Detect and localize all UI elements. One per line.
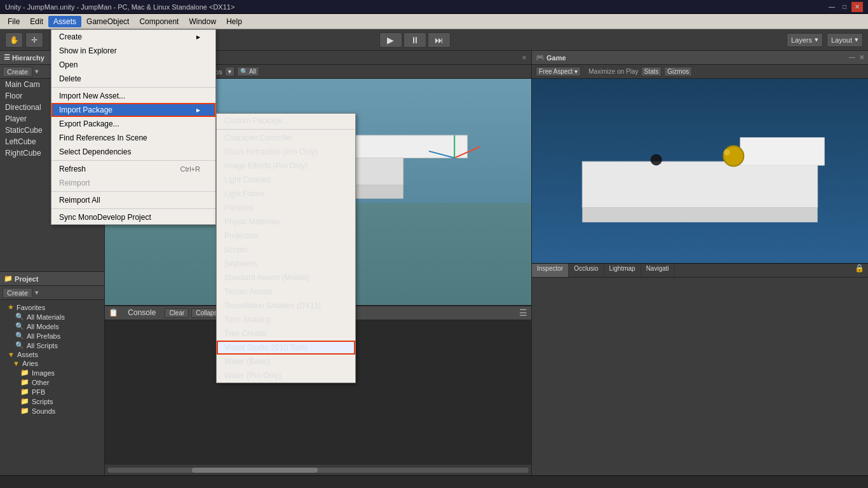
submenu-image-effects[interactable]: Image Effects (Pro Only)	[217, 159, 355, 173]
menu-gameobject[interactable]: GameObject	[81, 16, 134, 27]
submenu-standard-assets-mobile[interactable]: Standard Assets (Mobile)	[217, 271, 355, 285]
free-aspect-button[interactable]: Free Aspect ▾	[536, 67, 581, 76]
project-images-folder[interactable]: 📁 Images	[3, 368, 102, 377]
project-all-prefabs[interactable]: 🔍 All Prefabs	[3, 331, 102, 341]
submenu-tessellation-shaders[interactable]: Tessellation Shaders (DX11)	[217, 299, 355, 313]
submenu-water-basic[interactable]: Water (Basic)	[217, 355, 355, 369]
submenu-custom-package[interactable]: Custom Package...	[217, 114, 355, 128]
folder-icon: 📁	[20, 369, 29, 377]
tab-occlusion[interactable]: Occlusio	[569, 264, 604, 277]
hierarchy-create-button[interactable]: Create	[3, 67, 32, 77]
hand-tool-button[interactable]: ✋	[5, 32, 23, 48]
submenu-visual-studio-tools[interactable]: Visual Studio 2010 Tools	[217, 341, 355, 355]
menu-file[interactable]: File	[3, 16, 25, 27]
project-icon: 📁	[4, 274, 13, 283]
menu-sync-monodevelop[interactable]: Sync MonoDevelop Project	[51, 210, 215, 224]
project-aries-folder[interactable]: ▼ Aries	[3, 359, 102, 368]
project-assets-root[interactable]: ▼ Assets	[3, 350, 102, 359]
star-icon: ★	[8, 303, 14, 311]
stats-button[interactable]: Stats	[641, 67, 662, 76]
submenu-scripts[interactable]: Scripts	[217, 243, 355, 257]
project-favorites[interactable]: ★ Favorites	[3, 302, 102, 312]
console-options-button[interactable]: ☰	[519, 308, 527, 318]
statusbar	[0, 475, 868, 488]
pause-button[interactable]: ⏸	[403, 32, 426, 48]
toolbar-right: Layers ▾ Layout ▾	[787, 33, 863, 47]
project-create-button[interactable]: Create	[3, 288, 32, 298]
game-gizmos-button[interactable]: Gizmos	[664, 67, 692, 76]
menu-find-references[interactable]: Find References In Scene	[51, 131, 215, 145]
menu-assets[interactable]: Assets	[48, 16, 81, 27]
collapse-button[interactable]: ≡	[522, 54, 526, 61]
menu-import-package[interactable]: Import Package	[51, 103, 215, 117]
menu-delete[interactable]: Delete	[51, 72, 215, 86]
console-icon: 📋	[109, 308, 118, 317]
project-content: ★ Favorites 🔍 All Materials 🔍 All Models…	[0, 300, 104, 475]
game-icon: 🎮	[536, 53, 545, 62]
menu-open[interactable]: Open	[51, 58, 215, 72]
submenu-skyboxes[interactable]: Skyboxes	[217, 257, 355, 271]
svg-rect-13	[740, 138, 824, 165]
inspector-body	[532, 278, 868, 476]
folder-icon: ▼	[13, 360, 20, 367]
console-scrollbar[interactable]	[105, 464, 531, 475]
titlebar: Unity - JumpMan.unity - JumpMan - PC, Ma…	[0, 0, 868, 14]
submenu-character-controller[interactable]: Character Controller	[217, 131, 355, 145]
inspector-tab-bar: Inspector Occlusio Lightmap Navigati 🔒	[532, 264, 868, 278]
submenu-terrain-assets[interactable]: Terrain Assets	[217, 285, 355, 299]
project-all-scripts[interactable]: 🔍 All Scripts	[3, 341, 102, 350]
submenu-light-flares[interactable]: Light Flares	[217, 187, 355, 201]
minimize-button[interactable]: —	[826, 2, 837, 12]
layout-dropdown[interactable]: Layout ▾	[827, 33, 863, 47]
tab-lightmap[interactable]: Lightmap	[604, 264, 641, 277]
play-button[interactable]: ▶	[379, 32, 402, 48]
menu-import-new-asset[interactable]: Import New Asset...	[51, 89, 215, 103]
move-tool-button[interactable]: ✛	[25, 32, 43, 48]
svg-rect-4	[339, 135, 467, 158]
close-button[interactable]: ✕	[851, 2, 863, 12]
menu-show-in-explorer[interactable]: Show in Explorer	[51, 44, 215, 58]
menu-export-package[interactable]: Export Package...	[51, 117, 215, 131]
menu-create[interactable]: Create	[51, 30, 215, 44]
chevron-down-icon: ▾	[855, 36, 858, 44]
project-other-folder[interactable]: 📁 Other	[3, 377, 102, 387]
menu-select-dependencies[interactable]: Select Dependencies	[51, 145, 215, 159]
submenu-particles[interactable]: Particles	[217, 201, 355, 215]
menu-reimport-all[interactable]: Reimport All	[51, 193, 215, 207]
submenu-physic-materials[interactable]: Physic Materials	[217, 215, 355, 229]
all-button[interactable]: 🔍 All	[237, 67, 259, 76]
separator1	[51, 87, 215, 88]
menu-refresh[interactable]: Refresh Ctrl+R	[51, 162, 215, 176]
folder-icon: 📁	[20, 388, 29, 396]
window-title: Unity - JumpMan.unity - JumpMan - PC, Ma…	[5, 3, 826, 11]
game-minimize-icon[interactable]: —	[849, 54, 855, 61]
submenu-light-cookies[interactable]: Light Cookies	[217, 173, 355, 187]
submenu-water-pro[interactable]: Water (Pro Only)	[217, 369, 355, 383]
submenu-glass-refraction[interactable]: Glass Refraction (Pro Only)	[217, 145, 355, 159]
menu-help[interactable]: Help	[221, 16, 247, 27]
project-all-materials[interactable]: 🔍 All Materials	[3, 312, 102, 322]
tab-navigation[interactable]: Navigati	[641, 264, 675, 277]
project-panel: 📁 Project Create ▾ ★ Favorites 🔍 All Ma	[0, 272, 104, 475]
maximize-button[interactable]: □	[839, 2, 850, 12]
project-all-models[interactable]: 🔍 All Models	[3, 322, 102, 331]
project-sounds-folder[interactable]: 📁 Sounds	[3, 406, 102, 416]
project-pfb-folder[interactable]: 📁 PFB	[3, 387, 102, 396]
submenu-tree-creator[interactable]: Tree Creator	[217, 327, 355, 341]
game-close-icon[interactable]: ✕	[859, 54, 864, 61]
project-scripts-folder[interactable]: 📁 Scripts	[3, 396, 102, 406]
menu-window[interactable]: Window	[184, 16, 221, 27]
folder-icon: 📁	[20, 378, 29, 386]
menu-component[interactable]: Component	[134, 16, 184, 27]
menubar: File Edit Assets GameObject Component Wi…	[0, 14, 868, 29]
console-clear-button[interactable]: Clear	[165, 308, 189, 318]
submenu-projectors[interactable]: Projectors	[217, 229, 355, 243]
tab-inspector[interactable]: Inspector	[532, 264, 569, 277]
step-button[interactable]: ⏭	[428, 32, 451, 48]
project-toolbar: Create ▾	[0, 286, 104, 300]
gizmos-button[interactable]: ▾	[225, 67, 234, 76]
inspector-lock-button[interactable]: 🔒	[851, 264, 868, 277]
menu-edit[interactable]: Edit	[25, 16, 48, 27]
layers-dropdown[interactable]: Layers ▾	[787, 33, 823, 47]
submenu-toon-shading[interactable]: Toon Shading	[217, 313, 355, 327]
